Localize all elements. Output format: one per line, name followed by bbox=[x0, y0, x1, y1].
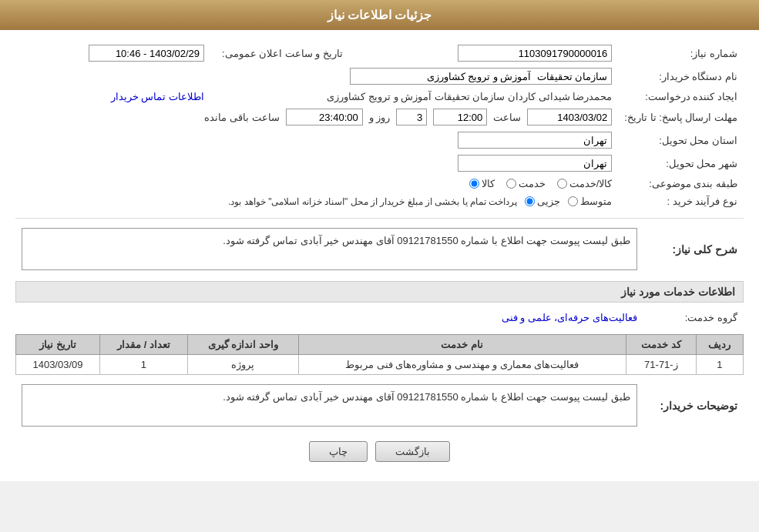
radio-goods-service-input[interactable] bbox=[557, 179, 567, 189]
province-input[interactable] bbox=[458, 132, 612, 149]
row-city: شهر محل تحویل: bbox=[15, 152, 744, 175]
buyer-description-value: طبق لیست پیوست جهت اطلاع با شماره 091217… bbox=[223, 391, 630, 403]
remain-label: ساعت باقی مانده bbox=[204, 112, 279, 123]
response-deadline-label: مهلت ارسال پاسخ: تا تاریخ: bbox=[618, 105, 744, 129]
row-need-description: شرح کلی نیاز: طبق لیست پیوست جهت اطلاع ب… bbox=[15, 225, 744, 273]
print-button[interactable]: چاپ bbox=[309, 441, 368, 462]
need-description-value: طبق لیست پیوست جهت اطلاع با شماره 091217… bbox=[223, 235, 630, 246]
row-buyer-org: نام دستگاه خریدار: bbox=[15, 65, 744, 88]
row-province: استان محل تحویل: bbox=[15, 129, 744, 152]
need-description-box: طبق لیست پیوست جهت اطلاع با شماره 091217… bbox=[22, 228, 637, 270]
radio-partial[interactable]: جزیی bbox=[525, 196, 560, 207]
response-time-input[interactable] bbox=[433, 109, 487, 125]
category-radio-group: کالا/خدمت خدمت کالا bbox=[22, 178, 612, 189]
buyer-description-box: طبق لیست پیوست جهت اطلاع با شماره 091217… bbox=[22, 384, 637, 427]
row-buyer-description: توضیحات خریدار: طبق لیست پیوست جهت اطلاع… bbox=[15, 381, 744, 430]
need-number-label: شماره نیاز: bbox=[618, 42, 744, 65]
partial-label: جزیی bbox=[537, 196, 560, 207]
need-description-label: شرح کلی نیاز: bbox=[643, 225, 744, 273]
need-number-input[interactable] bbox=[458, 45, 612, 62]
col-unit: واحد اندازه گیری bbox=[187, 335, 298, 355]
creator-value: محمدرضا شیدائی کاردان سازمان تحقیقات آمو… bbox=[327, 91, 612, 102]
days-label: روز و bbox=[369, 112, 391, 123]
announce-date-input[interactable] bbox=[89, 45, 204, 62]
time-label: ساعت bbox=[493, 112, 521, 123]
radio-medium[interactable]: متوسط bbox=[568, 196, 612, 207]
city-label: شهر محل تحویل: bbox=[618, 152, 744, 175]
service-label: خدمت bbox=[519, 178, 546, 189]
page-title: جزئیات اطلاعات نیاز bbox=[327, 8, 432, 22]
page-header: جزئیات اطلاعات نیاز bbox=[0, 0, 759, 30]
col-row-num: ردیف bbox=[696, 335, 743, 355]
info-table: شماره نیاز: تاریخ و ساعت اعلان عمومی: نا… bbox=[15, 42, 744, 210]
province-label: استان محل تحویل: bbox=[618, 129, 744, 152]
response-days-input[interactable] bbox=[396, 109, 427, 125]
buyer-org-label: نام دستگاه خریدار: bbox=[618, 65, 744, 88]
process-row: متوسط جزیی پرداخت تمام یا بخشی از مبلغ خ… bbox=[22, 196, 612, 207]
service-group-link[interactable]: فعالیت‌های حرفه‌ای، علمی و فنی bbox=[502, 312, 637, 323]
row-need-number: شماره نیاز: تاریخ و ساعت اعلان عمومی: bbox=[15, 42, 744, 65]
radio-goods[interactable]: کالا bbox=[469, 178, 495, 189]
radio-medium-input[interactable] bbox=[568, 196, 578, 206]
radio-service[interactable]: خدمت bbox=[506, 178, 546, 189]
radio-partial-input[interactable] bbox=[525, 196, 535, 206]
creator-label: ایجاد کننده درخواست: bbox=[618, 88, 744, 105]
services-table: ردیف کد خدمت نام خدمت واحد اندازه گیری ت… bbox=[15, 334, 744, 375]
buyer-description-label: توضیحات خریدار: bbox=[643, 381, 744, 430]
goods-label: کالا bbox=[482, 178, 495, 189]
table-row: 1ز-71-71فعالیت‌های معماری و مهندسی و مشا… bbox=[16, 355, 744, 375]
contact-link[interactable]: اطلاعات تماس خریدار bbox=[111, 91, 204, 102]
deadline-flex: ساعت روز و ساعت باقی مانده bbox=[22, 109, 612, 125]
col-need-date: تاریخ نیاز bbox=[16, 335, 100, 355]
row-category: طبقه بندی موضوعی: کالا/خدمت خدمت کالا bbox=[15, 175, 744, 192]
city-input[interactable] bbox=[458, 155, 612, 172]
row-response-deadline: مهلت ارسال پاسخ: تا تاریخ: ساعت روز و سا… bbox=[15, 105, 744, 129]
radio-service-input[interactable] bbox=[506, 179, 516, 189]
radio-goods-service[interactable]: کالا/خدمت bbox=[557, 178, 613, 189]
announce-date-label: تاریخ و ساعت اعلان عمومی: bbox=[210, 42, 349, 65]
page-container: جزئیات اطلاعات نیاز شماره نیاز: تاریخ و … bbox=[0, 0, 759, 481]
response-date-input[interactable] bbox=[527, 109, 612, 125]
main-content: شماره نیاز: تاریخ و ساعت اعلان عمومی: نا… bbox=[0, 30, 759, 481]
process-label: نوع فرآیند خرید : bbox=[618, 192, 744, 210]
process-note: پرداخت تمام یا بخشی از مبلغ خریدار از مح… bbox=[228, 196, 517, 207]
button-group: بازگشت چاپ bbox=[15, 441, 744, 462]
col-quantity: تعداد / مقدار bbox=[100, 335, 188, 355]
col-service-code: کد خدمت bbox=[626, 335, 696, 355]
buyer-org-input[interactable] bbox=[350, 68, 612, 85]
services-table-body: 1ز-71-71فعالیت‌های معماری و مهندسی و مشا… bbox=[16, 355, 744, 375]
col-service-name: نام خدمت bbox=[298, 335, 626, 355]
back-button[interactable]: بازگشت bbox=[375, 441, 450, 462]
services-header-row: ردیف کد خدمت نام خدمت واحد اندازه گیری ت… bbox=[16, 335, 744, 355]
row-creator: ایجاد کننده درخواست: محمدرضا شیدائی کارد… bbox=[15, 88, 744, 105]
response-remain-input[interactable] bbox=[286, 109, 363, 125]
description-table: شرح کلی نیاز: طبق لیست پیوست جهت اطلاع ب… bbox=[15, 225, 744, 273]
category-label: طبقه بندی موضوعی: bbox=[618, 175, 744, 192]
goods-service-label: کالا/خدمت bbox=[569, 178, 613, 189]
service-group-label: گروه خدمت: bbox=[643, 309, 744, 326]
medium-label: متوسط bbox=[580, 196, 612, 207]
services-table-header: ردیف کد خدمت نام خدمت واحد اندازه گیری ت… bbox=[16, 335, 744, 355]
row-process: نوع فرآیند خرید : متوسط جزیی پرداخت تمام… bbox=[15, 192, 744, 210]
buyer-desc-table: توضیحات خریدار: طبق لیست پیوست جهت اطلاع… bbox=[15, 381, 744, 430]
divider-1 bbox=[15, 218, 744, 219]
services-section-header: اطلاعات خدمات مورد نیاز bbox=[15, 281, 744, 303]
radio-goods-input[interactable] bbox=[469, 179, 479, 189]
service-group-table: گروه خدمت: فعالیت‌های حرفه‌ای، علمی و فن… bbox=[15, 309, 744, 326]
row-service-group: گروه خدمت: فعالیت‌های حرفه‌ای، علمی و فن… bbox=[15, 309, 744, 326]
